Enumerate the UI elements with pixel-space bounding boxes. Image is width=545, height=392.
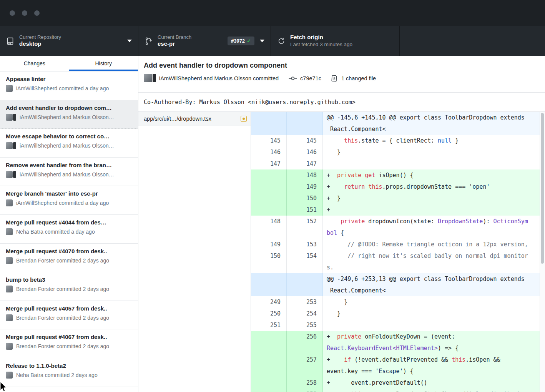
changed-file-icon (330, 75, 338, 82)
diff-line: @@ -249,6 +253,13 @@ export class Toolba… (251, 273, 545, 296)
titlebar (0, 0, 545, 26)
diff-gutter-new: 147 (287, 158, 323, 169)
diff-code: // right now it's scaled badly on normal… (323, 250, 545, 273)
avatar (6, 114, 13, 121)
diff-gutter-old: 147 (251, 158, 287, 169)
diff-gutter-new: 257 (287, 354, 323, 377)
avatar (6, 171, 13, 178)
commit-row-byline: iAmWillShepherd and Markus Olsson… (20, 171, 114, 178)
commit-row-title: Add event handler to dropdown com… (6, 105, 134, 111)
commit-row-byline: Neha Batra committed a day ago (16, 229, 95, 235)
diff-gutter-new: 153 (287, 239, 323, 250)
diff-code: + if (!event.defaultPrevented && this.is… (323, 354, 545, 377)
diff-code: @@ -145,6 +145,10 @@ export class Toolba… (323, 112, 545, 135)
current-repository-button[interactable]: Current Repository desktop (0, 26, 138, 56)
diff-gutter-old (251, 181, 287, 193)
diff-line: 149+ return this.props.dropdownState ===… (251, 181, 545, 193)
commit-row-byline: iAmWillShepherd committed a day ago (16, 200, 109, 206)
zoom-button[interactable] (34, 10, 40, 16)
avatar (6, 314, 13, 321)
author-avatars (144, 74, 156, 83)
diff-code: // @TODO: Remake triangle octicon in a 1… (323, 239, 545, 250)
close-button[interactable] (10, 10, 15, 16)
commit-row[interactable]: Merge pull request #4073 from des… (0, 387, 138, 392)
diff-gutter-old (251, 169, 287, 181)
commit-row[interactable]: Merge pull request #4070 from desk..Bren… (0, 244, 138, 272)
diff-scrollbar[interactable] (540, 112, 545, 392)
commit-row-byline: Neha Batra committed 2 days ago (16, 372, 98, 378)
avatar (6, 142, 13, 149)
tab-changes[interactable]: Changes (0, 56, 69, 71)
commit-row[interactable]: Merge pull request #4057 from desk..Bren… (0, 301, 138, 330)
current-branch-button[interactable]: Current Branch esc-pr #3972 ✓ (138, 26, 271, 56)
commit-row[interactable]: Add event handler to dropdown com…iAmWil… (0, 100, 138, 129)
repo-icon (6, 37, 15, 45)
commit-row[interactable]: Remove event handler from the bran…iAmWi… (0, 158, 138, 186)
diff-gutter-old: 251 (251, 319, 287, 331)
scrollbar-thumb[interactable] (541, 113, 544, 264)
diff-code (323, 319, 545, 331)
commit-row-title: Merge pull request #4070 from desk.. (6, 248, 134, 254)
commit-row-title: Merge branch 'master' into esc-pr (6, 190, 134, 197)
commit-row[interactable]: Move escape behavior to correct co…iAmWi… (0, 129, 138, 158)
branch-icon (145, 37, 153, 45)
commit-row-meta: Brendan Forster committed 2 days ago (6, 343, 134, 350)
diff-code: + private onFoldoutKeyDown = (event: Rea… (323, 331, 545, 354)
commit-row-meta: iAmWillShepherd committed a day ago (6, 199, 134, 206)
commit-row-byline: Brendan Forster committed 2 days ago (16, 343, 109, 349)
commit-row-meta: iAmWillShepherd and Markus Olsson… (6, 114, 134, 121)
diff-gutter-old: 145 (251, 135, 287, 146)
pr-number: #3972 (231, 38, 245, 44)
avatar (6, 372, 13, 379)
commit-row-meta: iAmWillShepherd and Markus Olsson… (6, 142, 134, 149)
commit-row-title: bump to beta3 (6, 276, 134, 283)
avatar (6, 228, 13, 235)
commit-row-title: Appease linter (6, 76, 134, 82)
diff-line: 145145 this.state = { clientRect: null } (251, 135, 545, 146)
fetch-title: Fetch origin (290, 34, 352, 41)
minimize-button[interactable] (22, 10, 27, 16)
avatar (6, 199, 13, 206)
avatar (6, 257, 13, 264)
commit-row-meta: Brendan Forster committed 2 days ago (6, 314, 134, 321)
diff-code: + (323, 204, 545, 216)
repository-label: Current Repository (19, 34, 61, 40)
diff-gutter-new (287, 112, 323, 135)
diff-gutter-old: 148 (251, 216, 287, 239)
commit-row[interactable]: bump to beta3Brendan Forster committed 2… (0, 272, 138, 301)
diff-code: + event.preventDefault() (323, 377, 545, 389)
git-commit-icon (289, 75, 297, 82)
changed-files-count: 1 changed file (341, 75, 376, 81)
commit-row[interactable]: Merge pull request #4067 from desk..Bren… (0, 329, 138, 358)
diff-gutter-old (251, 331, 287, 354)
diff-gutter-old: 149 (251, 239, 287, 250)
tab-history[interactable]: History (69, 56, 138, 71)
commit-row[interactable]: Merge branch 'master' into esc-priAmWill… (0, 186, 138, 215)
diff-line: 259+ this.props.onDropdownStateChanged('… (251, 389, 545, 392)
commit-byline: iAmWillShepherd and Markus Olsson commit… (159, 75, 279, 81)
diff-line: @@ -145,6 +145,10 @@ export class Toolba… (251, 112, 545, 135)
fetch-origin-button[interactable]: Fetch origin Last fetched 3 minutes ago (271, 26, 400, 56)
commit-description: Co-Authored-By: Markus Olsson <niik@user… (138, 92, 545, 112)
commit-list: Appease linteriAmWillShepherd committed … (0, 71, 138, 392)
diff-gutter-old (251, 377, 287, 389)
diff-gutter-new: 253 (287, 296, 323, 308)
commit-row-byline: iAmWillShepherd committed a day ago (16, 85, 109, 91)
file-row[interactable]: app/src/ui/t…/dropdown.tsx (138, 112, 251, 126)
diff-gutter-new (287, 273, 323, 296)
diff-line: 150+ } (251, 193, 545, 204)
sidebar-tabs: Changes History (0, 56, 138, 71)
diff-line: 146146 } (251, 146, 545, 158)
diff-gutter-old: 249 (251, 296, 287, 308)
diff-gutter-new: 259 (287, 389, 323, 392)
commit-row[interactable]: Release to 1.1.0-beta2Neha Batra committ… (0, 358, 138, 387)
pr-number-badge: #3972 ✓ (228, 37, 254, 45)
commit-row[interactable]: Appease linteriAmWillShepherd committed … (0, 71, 138, 100)
commit-row-meta: Brendan Forster committed 2 days ago (6, 286, 134, 292)
diff-code: this.state = { clientRect: null } (323, 135, 545, 146)
commit-row[interactable]: Merge pull request #4044 from des…Neha B… (0, 215, 138, 244)
diff-gutter-old: 146 (251, 146, 287, 158)
diff-gutter-new: 258 (287, 377, 323, 389)
commit-row-byline: iAmWillShepherd and Markus Olsson… (20, 143, 114, 149)
diff-gutter-new: 151 (287, 204, 323, 216)
